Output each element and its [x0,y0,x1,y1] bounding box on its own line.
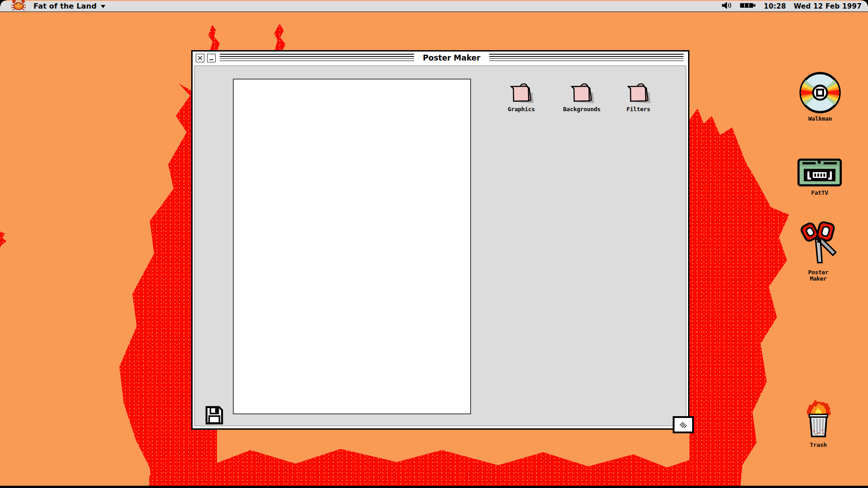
desktop-icon-label: Poster Maker [802,269,834,282]
desktop-icon-poster-maker[interactable]: Poster Maker [796,221,841,282]
minimize-button[interactable] [207,54,216,62]
flame-graphic [0,231,7,248]
close-button[interactable] [196,54,204,62]
flame-graphic [272,23,286,52]
save-button[interactable] [205,405,224,426]
poster-canvas[interactable] [233,79,471,414]
window-title: Poster Maker [418,53,485,62]
app-menu-label: Fat of the Land [33,2,97,10]
desktop-icon-walkman[interactable]: Walkman [797,71,843,122]
folder-icon [569,82,595,105]
dropdown-caret-icon [101,5,105,10]
resize-grip[interactable] [673,416,694,433]
resize-grip-icon [678,420,689,429]
flame-graphic [149,434,712,488]
window-content: Graphics Backgrounds Filters [194,66,686,426]
screen-corner [0,0,6,6]
app-menu-fat-of-the-land[interactable]: Fat of the Land [32,1,107,11]
close-icon [198,56,203,61]
folder-label: Graphics [508,106,535,113]
minimize-icon [209,56,214,61]
desktop-icon-label: Trash [810,442,827,448]
desktop-icon-fattv[interactable]: FatTV [796,156,844,196]
clock-date: Wed 12 Feb 1997 [794,2,862,10]
folder-graphics[interactable]: Graphics [494,82,548,113]
screen-corner [862,0,868,6]
folder-label: Filters [627,106,651,113]
folder-filters[interactable]: Filters [611,82,665,113]
screen-bottom-bezel [0,486,868,488]
menu-bar: Fat of the Land 10:28 Wed 12 Feb 1997 [0,0,868,12]
battery-icon [740,2,756,11]
desktop-icon-label: FatTV [811,190,828,196]
flame-graphic [689,108,791,488]
flame-graphic [207,25,220,51]
poster-maker-window: Poster Maker Graphics Background [191,50,689,430]
floppy-disk-icon [205,405,224,426]
titlebar-stripes [489,54,684,62]
titlebar-stripes [220,54,414,62]
folder-icon [625,82,651,105]
folder-label: Backgrounds [563,106,601,113]
folder-backgrounds[interactable]: Backgrounds [555,82,609,113]
desktop-icon-trash[interactable]: Trash [799,399,837,448]
speaker-icon [721,1,732,12]
crab-logo-icon [10,0,27,13]
vhs-cassette-icon [797,156,842,188]
clock-time: 10:28 [764,2,786,10]
scissors-icon [798,221,838,267]
burning-trash-icon [803,399,834,440]
window-titlebar[interactable]: Poster Maker [193,52,688,64]
folder-icon [508,82,534,105]
cd-icon [799,71,841,114]
desktop-icon-label: Walkman [808,116,832,122]
